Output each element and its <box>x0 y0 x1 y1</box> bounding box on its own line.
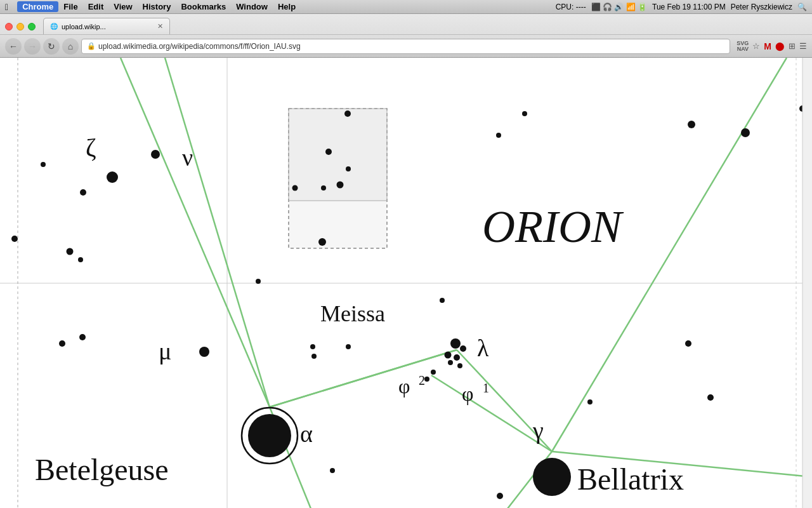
svg-line-5 <box>121 58 270 407</box>
menu-help[interactable]: Help <box>273 2 301 11</box>
svg-point-31 <box>11 236 18 242</box>
bookmark-star-icon[interactable]: ☆ <box>752 41 760 51</box>
menu-edit[interactable]: Edit <box>83 2 109 11</box>
svg-point-29 <box>318 238 326 246</box>
orion-label: ORION <box>482 201 624 252</box>
menu-window[interactable]: Window <box>231 2 273 11</box>
svg-nav-badge: SVGNAV <box>737 41 749 52</box>
svg-point-33 <box>78 257 83 262</box>
maximize-button[interactable] <box>28 23 36 30</box>
svg-point-41 <box>460 345 466 352</box>
svg-point-40 <box>450 338 461 349</box>
address-bar[interactable]: 🔒 upload.wikimedia.org/wikipedia/commons… <box>81 39 730 54</box>
reload-button[interactable]: ↻ <box>43 38 60 55</box>
svg-point-53 <box>330 468 335 473</box>
bellatrix-label: Bellatrix <box>577 462 684 496</box>
menu-file[interactable]: File <box>58 2 82 11</box>
svg-point-28 <box>292 185 298 191</box>
home-button[interactable]: ⌂ <box>62 38 79 55</box>
phi1-label: φ <box>462 382 473 405</box>
betelgeuse-label: Betelgeuse <box>35 453 169 486</box>
svg-point-51 <box>707 394 714 401</box>
svg-point-18 <box>741 128 750 137</box>
svg-point-34 <box>79 334 86 340</box>
svg-point-37 <box>310 344 315 349</box>
username: Peter Ryszkiewicz <box>731 3 792 11</box>
tab-close-button[interactable]: ✕ <box>157 22 163 30</box>
forward-button[interactable]: → <box>24 38 41 55</box>
svg-point-20 <box>41 162 46 167</box>
svg-point-27 <box>321 185 326 190</box>
svg-point-30 <box>496 133 501 138</box>
svg-point-35 <box>59 340 65 347</box>
extensions-icon[interactable]: ⬤ <box>775 41 785 51</box>
svg-point-48 <box>311 354 317 359</box>
menu-bookmarks[interactable]: Bookmarks <box>176 2 231 11</box>
zeta-label: ζ <box>86 133 96 162</box>
cpu-indicator: CPU: ---- <box>556 3 586 11</box>
svg-point-50 <box>685 340 691 347</box>
url-text: upload.wikimedia.org/wikipedia/commons/f… <box>98 42 301 51</box>
svg-point-42 <box>445 352 452 359</box>
alpha-label: α <box>300 420 313 447</box>
apple-menu[interactable]:  <box>5 2 8 12</box>
browser-chrome: 🌐 upload.wikip... ✕ ← → ↻ ⌂ 🔒 upload.wik… <box>0 14 812 58</box>
tab-favicon: 🌐 <box>50 23 58 30</box>
nu-label: ν <box>182 144 193 171</box>
svg-point-60 <box>533 458 571 496</box>
svg-point-47 <box>424 377 429 382</box>
svg-point-15 <box>344 110 351 117</box>
svg-point-23 <box>107 171 118 183</box>
svg-point-26 <box>337 182 344 189</box>
phi2-label: φ <box>398 375 410 398</box>
menu-chrome[interactable]: Chrome <box>17 1 58 12</box>
svg-point-56 <box>497 493 503 499</box>
svg-point-22 <box>151 150 160 159</box>
menubar:  Chrome File Edit View History Bookmark… <box>0 0 812 14</box>
gmail-icon[interactable]: M <box>764 41 771 51</box>
svg-point-32 <box>67 248 74 255</box>
datetime: Tue Feb 19 11:00 PM <box>652 3 726 11</box>
svg-point-16 <box>522 111 527 116</box>
svg-point-61 <box>199 347 209 357</box>
svg-point-44 <box>448 360 453 365</box>
back-button[interactable]: ← <box>5 38 22 55</box>
svg-point-17 <box>688 121 695 128</box>
svg-point-38 <box>346 344 351 349</box>
minimize-button[interactable] <box>16 23 24 30</box>
svg-point-46 <box>431 370 436 375</box>
security-icon: 🔒 <box>87 42 96 50</box>
svg-line-6 <box>165 58 270 407</box>
system-icons: ⬛ 🎧 🔊 📶 🔋 <box>591 3 647 11</box>
svg-point-59 <box>248 414 291 457</box>
svg-point-39 <box>256 279 261 284</box>
svg-point-25 <box>346 166 351 171</box>
apps-icon[interactable]: ⊞ <box>789 41 796 51</box>
svg-point-45 <box>457 363 462 368</box>
menubar-right: CPU: ---- ⬛ 🎧 🔊 📶 🔋 Tue Feb 19 11:00 PM … <box>556 3 807 11</box>
chrome-menu-icon[interactable]: ☰ <box>799 41 807 51</box>
phi1-superscript: 1 <box>483 381 489 395</box>
svg-point-43 <box>454 354 460 361</box>
browser-tab[interactable]: 🌐 upload.wikip... ✕ <box>43 18 170 34</box>
tab-bar: 🌐 upload.wikip... ✕ <box>0 14 812 34</box>
svg-rect-62 <box>802 58 812 508</box>
search-icon[interactable]: 🔍 <box>797 3 807 11</box>
svg-point-52 <box>587 399 593 404</box>
meissa-label: Meissa <box>320 301 385 326</box>
svg-point-24 <box>325 149 332 155</box>
menu-history[interactable]: History <box>138 2 176 11</box>
phi2-superscript: 2 <box>419 373 425 387</box>
lambda-label: λ <box>477 335 489 361</box>
svg-point-21 <box>80 189 86 196</box>
traffic-lights <box>5 23 36 34</box>
constellation-svg: ORION Meissa Betelgeuse Bellatrix ζ ν μ … <box>0 58 812 508</box>
nav-bar: ← → ↻ ⌂ 🔒 upload.wikimedia.org/wikipedia… <box>0 34 812 57</box>
close-button[interactable] <box>5 23 13 30</box>
svg-point-36 <box>440 298 445 303</box>
menu-view[interactable]: View <box>108 2 137 11</box>
svg-line-12 <box>552 58 787 451</box>
browser-toolbar-icons: SVGNAV ☆ M ⬤ ⊞ ☰ <box>737 41 807 52</box>
mu-label: μ <box>159 338 171 364</box>
gamma-label: γ <box>532 417 544 444</box>
